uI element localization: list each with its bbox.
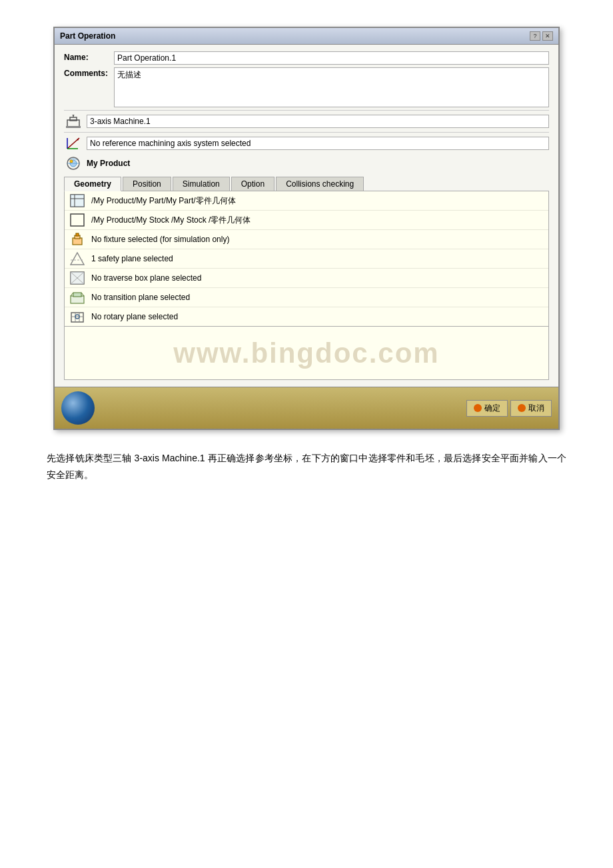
fixture-icon bbox=[69, 232, 86, 247]
geo-row-transition: No transition plane selected bbox=[65, 288, 548, 307]
svg-rect-27 bbox=[71, 296, 84, 303]
comments-field[interactable]: 无描述 bbox=[114, 67, 549, 107]
geo-text-safety: 1 safety plane selected bbox=[91, 254, 173, 263]
axis-row: No reference machining axis system selec… bbox=[64, 132, 549, 151]
description-text: 先选择铣床类型三轴 3-axis Machine.1 再正确选择参考坐标，在下方… bbox=[40, 450, 573, 483]
dialog-body: Name: Part Operation.1 Comments: 无描述 bbox=[55, 45, 558, 387]
name-field[interactable]: Part Operation.1 bbox=[114, 51, 549, 65]
help-button[interactable]: ? bbox=[530, 31, 540, 41]
svg-rect-4 bbox=[66, 126, 81, 128]
watermark-text: www.bingdoc.com bbox=[173, 337, 439, 369]
svg-rect-14 bbox=[71, 195, 84, 207]
geo-text-stock: /My Product/My Stock /My Stock /零件几何体 bbox=[91, 215, 251, 226]
geometry-content: /My Product/My Part/My Part/零件几何体 /My Pr… bbox=[64, 191, 549, 327]
cancel-label: 取消 bbox=[528, 403, 544, 414]
svg-rect-1 bbox=[70, 117, 77, 121]
axis-icon bbox=[64, 135, 83, 151]
name-row: Name: Part Operation.1 bbox=[64, 51, 549, 65]
product-row: My Product bbox=[64, 154, 549, 173]
ok-icon bbox=[474, 404, 482, 412]
comments-label: Comments: bbox=[64, 67, 114, 78]
svg-point-3 bbox=[73, 115, 75, 116]
axis-field[interactable]: No reference machining axis system selec… bbox=[87, 137, 549, 150]
part-operation-dialog: Part Operation ? ✕ Name: Part Operation.… bbox=[53, 27, 560, 430]
tab-geometry[interactable]: Geometry bbox=[64, 177, 121, 191]
geo-text-fixture: No fixture selected (for simulation only… bbox=[91, 235, 229, 244]
machine-icon bbox=[64, 113, 83, 129]
tab-collisions[interactable]: Collisions checking bbox=[276, 177, 364, 191]
name-label: Name: bbox=[64, 51, 114, 62]
machine-row: 3-axis Machine.1 bbox=[64, 110, 549, 129]
dialog-footer: 确定 取消 bbox=[55, 387, 558, 429]
tab-simulation[interactable]: Simulation bbox=[173, 177, 230, 191]
ok-label: 确定 bbox=[484, 403, 500, 414]
geo-row-fixture: No fixture selected (for simulation only… bbox=[65, 230, 548, 249]
geo-row-traverse: No traverse box plane selected bbox=[65, 269, 548, 288]
svg-rect-31 bbox=[71, 313, 83, 322]
geo-row-safety: 1 safety plane selected bbox=[65, 249, 548, 269]
svg-marker-21 bbox=[71, 253, 84, 265]
product-icon bbox=[64, 155, 83, 171]
close-button[interactable]: ✕ bbox=[542, 31, 553, 41]
part-icon bbox=[69, 193, 86, 208]
tabs-row: Geometry Position Simulation Option Coll… bbox=[64, 177, 549, 191]
geo-text-traverse: No traverse box plane selected bbox=[91, 273, 201, 283]
geo-text-rotary: No rotary plane selected bbox=[91, 312, 178, 321]
geo-text-transition: No transition plane selected bbox=[91, 293, 190, 302]
geo-row-rotary: No rotary plane selected bbox=[65, 307, 548, 326]
svg-point-11 bbox=[70, 160, 73, 163]
svg-rect-28 bbox=[73, 293, 81, 297]
geo-row-part: /My Product/My Part/My Part/零件几何体 bbox=[65, 191, 548, 211]
rotary-icon bbox=[69, 309, 86, 324]
footer-globe bbox=[61, 391, 95, 425]
watermark-area: www.bingdoc.com bbox=[64, 327, 549, 380]
geo-row-stock: /My Product/My Stock /My Stock /零件几何体 bbox=[65, 211, 548, 230]
machine-field[interactable]: 3-axis Machine.1 bbox=[87, 115, 549, 128]
svg-rect-20 bbox=[76, 233, 79, 236]
dialog-titlebar: Part Operation ? ✕ bbox=[55, 28, 558, 45]
cancel-icon bbox=[518, 404, 526, 412]
product-name: My Product bbox=[87, 159, 130, 168]
transition-icon bbox=[69, 290, 86, 305]
stock-icon bbox=[69, 213, 86, 227]
safety-plane-icon bbox=[69, 251, 86, 266]
traverse-icon bbox=[69, 271, 86, 285]
ok-button[interactable]: 确定 bbox=[466, 400, 508, 417]
titlebar-buttons: ? ✕ bbox=[530, 31, 553, 41]
svg-rect-17 bbox=[71, 214, 84, 226]
tab-position[interactable]: Position bbox=[123, 177, 171, 191]
geo-text-part: /My Product/My Part/My Part/零件几何体 bbox=[91, 195, 236, 207]
dialog-wrapper: Part Operation ? ✕ Name: Part Operation.… bbox=[40, 27, 573, 430]
comments-row: Comments: 无描述 bbox=[64, 67, 549, 107]
cancel-button[interactable]: 取消 bbox=[510, 400, 552, 417]
dialog-title: Part Operation bbox=[60, 31, 115, 41]
tab-option[interactable]: Option bbox=[231, 177, 275, 191]
